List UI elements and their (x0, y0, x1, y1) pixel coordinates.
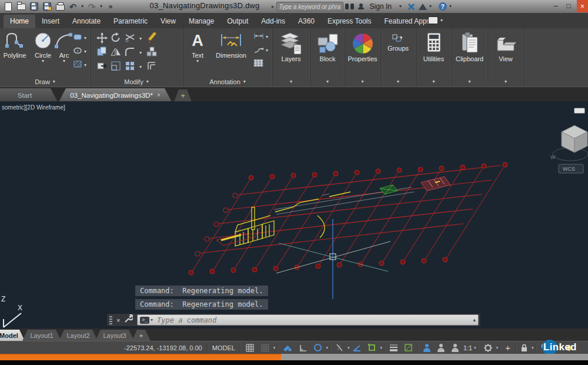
maximize-button[interactable]: □ (563, 2, 574, 10)
undo-button[interactable]: ↶ (68, 2, 78, 11)
clipboard-panel[interactable]: Clipboard ▾ (452, 28, 488, 87)
new-file-button[interactable] (4, 2, 13, 11)
sign-in-dropdown[interactable]: ▾ (399, 4, 402, 9)
object-snap-toggle[interactable] (365, 341, 379, 354)
ui-lock-button[interactable] (517, 341, 531, 354)
table-tool[interactable] (253, 59, 264, 70)
ribbon-display-toggle[interactable]: ▾ (428, 16, 443, 24)
layout-tab-layout3[interactable]: Layout3 (95, 330, 134, 341)
move-tool[interactable] (96, 32, 108, 46)
array-tool[interactable] (125, 61, 135, 74)
explode-tool[interactable] (146, 47, 158, 59)
tab-output[interactable]: Output (220, 15, 255, 28)
tab-manage[interactable]: Manage (182, 15, 220, 28)
rectangle-tool[interactable] (73, 33, 82, 44)
fillet-tool[interactable] (125, 47, 135, 59)
save-button[interactable] (29, 2, 39, 11)
new-drawing-tab-button[interactable]: + (174, 89, 192, 102)
block-panel[interactable]: Block ▾ (310, 28, 345, 87)
polar-dropdown[interactable]: ▾ (326, 346, 328, 350)
file-tab-drawing[interactable]: 03_NavigatingDrawings3D* × (59, 88, 172, 102)
circle-dropdown[interactable]: ▾ (42, 59, 44, 64)
snap-dropdown[interactable]: ▾ (273, 346, 276, 350)
annotation-scale-button[interactable] (448, 341, 462, 354)
layout-tab-layout2[interactable]: Layout2 (59, 330, 98, 341)
search-button[interactable] (345, 2, 355, 11)
dynamic-input-toggle[interactable] (349, 341, 365, 354)
isodraft-toggle[interactable] (332, 341, 347, 354)
autodesk-app-button[interactable] (418, 2, 427, 11)
properties-panel-expand[interactable]: ▾ (345, 78, 380, 86)
snap-mode-toggle[interactable] (258, 341, 273, 354)
lock-dropdown[interactable]: ▾ (532, 346, 534, 350)
help-button[interactable]: ? (438, 2, 447, 11)
groups-panel[interactable]: Groups ▾ (380, 28, 416, 87)
annotation-visibility-toggle[interactable] (420, 341, 434, 354)
command-recent-dropdown[interactable]: ▾ (151, 318, 153, 323)
leader-dropdown[interactable]: ▾ (266, 48, 268, 53)
minimize-button[interactable]: – (550, 2, 561, 10)
ellipse-dropdown[interactable]: ▾ (84, 49, 86, 54)
text-button[interactable]: A Text ▾ (185, 31, 210, 64)
drawing-canvas[interactable]: sometric][2D Wireframe] (0, 101, 588, 328)
redo-dropdown[interactable]: ▾ (100, 4, 102, 9)
command-bar-close-icon[interactable]: × (116, 317, 120, 324)
workspace-dropdown[interactable]: ▾ (496, 346, 499, 350)
layers-panel[interactable]: Layers ▾ (272, 28, 310, 87)
polyline-button[interactable]: Polyline (1, 31, 28, 59)
view-panel[interactable]: View ▾ (488, 28, 524, 87)
command-expand-icon[interactable]: ▴ (473, 317, 476, 323)
tab-view[interactable]: View (154, 15, 182, 28)
tab-annotate[interactable]: Annotate (66, 15, 107, 28)
close-tab-icon[interactable]: × (157, 92, 161, 98)
block-panel-expand[interactable]: ▾ (310, 78, 345, 86)
text-dropdown[interactable]: ▾ (196, 59, 199, 64)
layout-tab-layout1[interactable]: Layout1 (22, 330, 61, 341)
clipboard-panel-expand[interactable]: ▾ (452, 78, 487, 86)
file-tab-start[interactable]: Start (0, 88, 58, 102)
infer-constraints-toggle[interactable] (279, 341, 296, 354)
open-file-button[interactable] (16, 2, 26, 11)
annotation-panel-footer[interactable]: Annotation▾ (183, 78, 272, 86)
fillet-dropdown[interactable]: ▾ (139, 51, 142, 55)
tab-insert[interactable]: Insert (35, 15, 66, 28)
properties-panel[interactable]: Properties ▾ (345, 28, 380, 87)
layout-tab-model[interactable]: Model (0, 330, 25, 341)
dimension-dropdown[interactable]: ▾ (266, 35, 268, 39)
search-expand-icon[interactable]: ▸ (272, 4, 275, 9)
offset-tool[interactable] (146, 61, 157, 74)
leader-tool[interactable] (253, 45, 264, 56)
navbar-minimize-icon[interactable] (574, 108, 585, 114)
utilities-panel[interactable]: Utilities ▾ (416, 28, 452, 87)
wcs-button[interactable]: WCS (559, 164, 583, 173)
sign-in-label[interactable]: Sign In (370, 2, 392, 11)
autoscale-toggle[interactable] (434, 341, 448, 354)
save-as-button[interactable] (42, 2, 52, 11)
scale-dropdown[interactable]: ▾ (474, 346, 476, 350)
trim-dropdown[interactable]: ▾ (139, 36, 142, 41)
tab-home[interactable]: Home (4, 15, 35, 28)
stretch-tool[interactable] (96, 61, 107, 74)
ortho-mode-toggle[interactable] (296, 341, 310, 354)
rectangle-dropdown[interactable]: ▾ (84, 36, 86, 41)
command-bar-grip[interactable] (109, 316, 112, 324)
annotation-scale-value[interactable]: 1:1 (462, 341, 473, 354)
customization-button[interactable]: + (502, 341, 513, 354)
search-input[interactable] (276, 2, 343, 11)
close-button[interactable]: × (577, 0, 588, 12)
video-progress-track[interactable] (0, 354, 588, 360)
utilities-panel-expand[interactable]: ▾ (416, 78, 451, 86)
command-input[interactable] (156, 316, 473, 325)
erase-tool[interactable] (146, 32, 157, 45)
draw-panel-footer[interactable]: Draw▾ (0, 78, 90, 86)
transparency-toggle[interactable] (401, 341, 416, 354)
rotate-tool[interactable] (111, 32, 121, 45)
hatch-tool[interactable] (73, 60, 82, 71)
arc-button[interactable]: Arc ▾ (54, 31, 74, 64)
coordinates-display[interactable]: -22573.24, -13192.08, 0.00 (121, 341, 205, 354)
lineweight-toggle[interactable] (386, 341, 401, 354)
command-bar-customize-button[interactable] (124, 314, 133, 326)
trim-tool[interactable] (125, 32, 135, 45)
osnap-dropdown[interactable]: ▾ (380, 346, 382, 350)
undo-dropdown[interactable]: ▾ (81, 4, 83, 9)
